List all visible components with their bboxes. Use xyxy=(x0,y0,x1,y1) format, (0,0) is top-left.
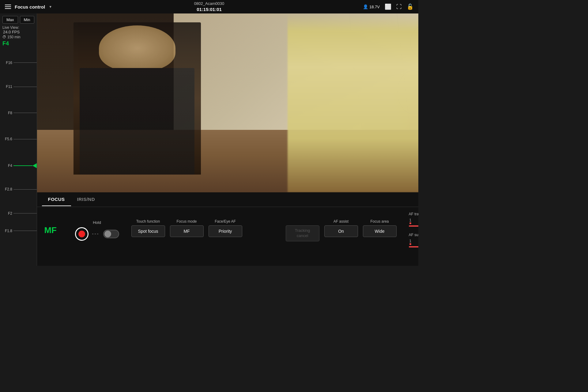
focus-area-group: Focus area Wide xyxy=(363,219,397,237)
af-assist-label: AF assist xyxy=(334,219,349,224)
timecode: 01:15:01:01 xyxy=(194,6,224,13)
af-subject-track[interactable] xyxy=(409,246,418,247)
tick-f18: F1.8 xyxy=(0,229,37,233)
liveview-label: Live View: xyxy=(2,25,19,30)
ruler-max-button[interactable]: Max xyxy=(2,16,18,24)
dropdown-icon[interactable]: ▼ xyxy=(49,5,52,9)
tick-label-f28: F2.8 xyxy=(0,187,12,191)
person-left xyxy=(74,22,201,174)
af-subject-dots xyxy=(409,243,418,245)
af-transition-numbers: 1 2 3 4 5 6 7 xyxy=(409,218,418,222)
touch-function-group: Touch function Spot focus xyxy=(131,219,165,237)
tick-f4-active: F4 xyxy=(0,163,37,168)
tick-label-f16: F16 xyxy=(0,61,12,65)
lock-icon[interactable]: 🔓 xyxy=(407,3,413,10)
af-transition-row: AF transition speed 1 2 3 4 5 6 7 xyxy=(409,212,418,228)
left-ruler: Max Min Live View: 24.0 FPS ⏱ 150 min F4… xyxy=(0,13,37,266)
expand-icon[interactable]: ⛶ xyxy=(396,4,402,10)
hold-toggle[interactable] xyxy=(103,230,119,238)
tab-bar: FOCUS IRIS/ND Bar settings xyxy=(37,192,418,207)
tick-f56: F5.6 xyxy=(0,137,37,141)
tick-label-f18: F1.8 xyxy=(0,229,12,233)
tick-f16: F16 xyxy=(0,61,37,65)
video-frame xyxy=(37,13,418,192)
focus-area-button[interactable]: Wide xyxy=(363,225,397,237)
record-dot xyxy=(78,231,85,237)
control-panel: FOCUS IRIS/ND Bar settings MF Hold xyxy=(37,192,418,266)
person-right-blur xyxy=(288,13,418,192)
mode-label: MF xyxy=(44,225,63,235)
ruler-top-buttons: Max Min xyxy=(0,13,37,25)
touch-function-label: Touch function xyxy=(136,219,160,224)
af-subject-numbers: 1 2 3 4 5 xyxy=(409,239,418,243)
focus-mode-group: Focus mode MF xyxy=(170,219,204,237)
tick-label-f8: F8 xyxy=(0,111,12,115)
tab-focus[interactable]: FOCUS xyxy=(42,193,71,206)
tick-f8: F8 xyxy=(0,111,37,115)
panel-content: MF Hold xyxy=(37,207,418,254)
left-ruler-scale: F16 F11 F8 F5.6 F4 xyxy=(0,47,37,266)
af-assist-group: AF assist On xyxy=(324,219,358,237)
tick-label-f2: F2 xyxy=(0,211,12,216)
af-assist-button[interactable]: On xyxy=(324,225,358,237)
af-subject-label: AF subj. shift sens. xyxy=(409,233,418,237)
record-button[interactable] xyxy=(75,227,89,241)
ruler-min-button[interactable]: Min xyxy=(20,16,34,24)
focus-mode-label: Focus mode xyxy=(177,219,197,224)
top-bar-left: Focus control ▼ xyxy=(5,4,52,9)
top-bar-right: 👤 18.7V ⬜ ⛶ 🔓 xyxy=(363,3,413,10)
focus-area-label: Focus area xyxy=(371,219,389,224)
af-subject-fill xyxy=(409,246,418,247)
af-subject-row: AF subj. shift sens. 1 2 3 4 5 xyxy=(409,233,418,249)
touch-function-button[interactable]: Spot focus xyxy=(131,225,165,237)
video-area: FOCUS IRIS/ND Bar settings MF Hold xyxy=(37,13,418,266)
liveview-info-area: Live View: 24.0 FPS ⏱ 150 min xyxy=(0,25,37,40)
battery-info: 👤 18.7V xyxy=(363,4,380,9)
dash-line xyxy=(92,234,100,234)
af-section: AF transition speed 1 2 3 4 5 6 7 xyxy=(409,212,418,249)
focus-mode-button[interactable]: MF xyxy=(170,225,204,237)
face-eye-af-group: Face/Eye AF Priority xyxy=(209,219,242,237)
battery-voltage: 18.7V xyxy=(369,5,380,9)
video-wrapper[interactable] xyxy=(37,13,418,192)
face-eye-af-label: Face/Eye AF xyxy=(215,219,236,224)
face-eye-af-button[interactable]: Priority xyxy=(209,225,242,237)
active-indicator-arrow xyxy=(32,163,37,168)
af-subject-slider-container: 1 2 3 4 5 xyxy=(409,239,418,249)
clip-id: 0802_Acam0030 xyxy=(194,1,224,6)
af-transition-fill xyxy=(409,225,418,227)
scene-container xyxy=(37,13,418,192)
record-hold-area: Hold xyxy=(75,220,119,241)
hamburger-icon[interactable] xyxy=(5,5,11,9)
timer-row: ⏱ 150 min xyxy=(2,35,34,39)
tab-iris-nd[interactable]: IRIS/ND xyxy=(71,193,101,206)
hold-label: Hold xyxy=(93,220,101,225)
liveview-row: Live View: xyxy=(2,25,34,30)
tick-label-f4: F4 xyxy=(0,164,13,168)
timer-value: 150 min xyxy=(7,35,21,39)
main-area: Max Min Live View: 24.0 FPS ⏱ 150 min F4… xyxy=(0,13,418,266)
tick-f2: F2 xyxy=(0,211,37,216)
tick-label-f11: F11 xyxy=(0,85,12,89)
current-f-stop: F4 xyxy=(0,40,37,47)
af-transition-dots xyxy=(409,222,418,224)
screen-icon[interactable]: ⬜ xyxy=(385,3,391,10)
tick-f28: F2.8 xyxy=(0,187,37,191)
controls-grid: Touch function Spot focus Focus mode MF … xyxy=(131,219,397,241)
tick-f11: F11 xyxy=(0,85,37,89)
tabs: FOCUS IRIS/ND xyxy=(42,193,101,206)
record-row xyxy=(75,227,119,241)
af-transition-label: AF transition speed xyxy=(409,212,418,216)
fps-value: 24.0 FPS xyxy=(2,30,34,34)
tracking-cancel-button[interactable]: Trackingcancel xyxy=(286,225,319,241)
af-transition-slider-container: 1 2 3 4 5 6 7 xyxy=(409,218,418,228)
top-bar: Focus control ▼ 0802_Acam0030 01:15:01:0… xyxy=(0,0,418,13)
app-title: Focus control xyxy=(15,4,45,9)
toggle-thumb xyxy=(104,231,111,237)
af-transition-track[interactable] xyxy=(409,225,418,227)
battery-icon: 👤 xyxy=(363,4,368,9)
tick-label-f56: F5.6 xyxy=(0,137,12,141)
tracking-cancel-group: - Trackingcancel xyxy=(286,219,319,241)
top-bar-center: 0802_Acam0030 01:15:01:01 xyxy=(194,1,224,12)
timer-icon: ⏱ xyxy=(2,35,6,39)
